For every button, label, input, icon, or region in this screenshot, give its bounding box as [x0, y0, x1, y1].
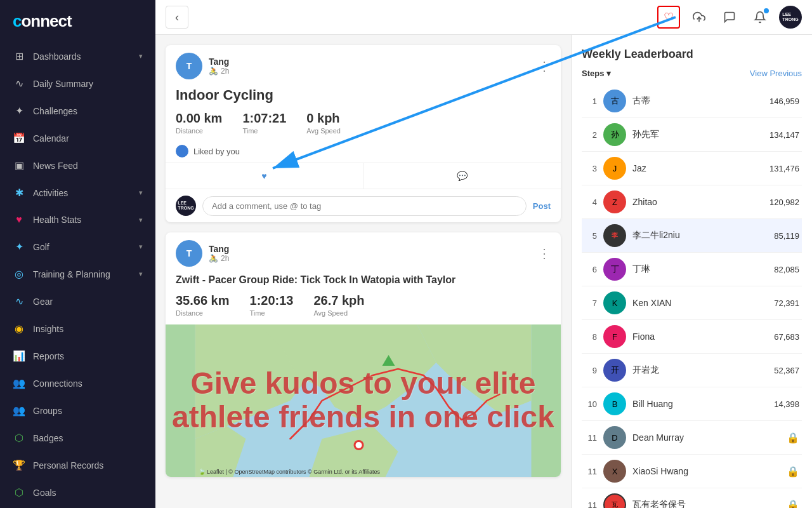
map-area: 🍃 Leaflet | © OpenStreetMap contributors… [166, 324, 561, 477]
lb-name-10: Bill Huang [632, 399, 768, 409]
sidebar-item-label: Health Stats [33, 215, 81, 225]
comment-area-1: LEETRONG Post [166, 189, 561, 222]
dashboards-icon: ⊞ [13, 50, 25, 62]
sidebar-item-health-stats[interactable]: ♥ Health Stats ▾ [0, 206, 155, 233]
lb-name-2: 孙先军 [632, 129, 763, 140]
lb-name-5: 李二牛li2niu [632, 230, 768, 241]
card-actions-1: ♥ 💬 [166, 163, 561, 189]
lb-avatar-7: K [603, 291, 626, 314]
lb-score-9: 52,367 [774, 366, 799, 375]
golf-icon: ✦ [13, 241, 25, 253]
rank-9: 9 [584, 366, 597, 375]
chevron-icon: ▾ [139, 189, 143, 197]
sidebar-item-activities[interactable]: ✱ Activities ▾ [0, 179, 155, 206]
lb-avatar-9: 开 [603, 359, 626, 382]
rank-2: 2 [584, 130, 597, 140]
back-button[interactable]: ‹ [166, 6, 188, 29]
comment-icon: 💬 [457, 171, 468, 181]
rank-8: 8 [584, 332, 597, 342]
sidebar-item-reports[interactable]: 📊 Reports [0, 342, 155, 370]
rank-11a: 11 [584, 433, 597, 443]
liked-by-1: Liked by you [166, 142, 561, 163]
rank-1: 1 [584, 97, 597, 106]
sidebar-item-badges[interactable]: ⬡ Badges [0, 424, 155, 451]
view-previous-button[interactable]: View Previous [750, 69, 802, 78]
comment-button-1[interactable]: 💬 [363, 163, 561, 189]
sidebar-item-groups[interactable]: 👥 Groups [0, 397, 155, 424]
lb-score-7: 72,391 [774, 298, 799, 308]
sidebar-item-calendar[interactable]: 📅 Calendar [0, 124, 155, 152]
post-button-1[interactable]: Post [533, 201, 551, 211]
lb-score-4: 120,982 [769, 197, 799, 207]
sidebar-item-dashboards[interactable]: ⊞ Dashboards ▾ [0, 43, 155, 70]
sidebar-item-label: Training & Planning [33, 269, 110, 279]
user-avatar-2: T [176, 240, 202, 267]
leaderboard-column: Weekly Leaderboard Steps ▾ View Previous… [571, 35, 812, 508]
lb-score-5: 85,119 [774, 231, 799, 241]
lb-score-8: 67,683 [774, 332, 799, 342]
lb-score-10: 14,398 [774, 399, 799, 409]
more-options-2[interactable]: ⋮ [538, 246, 551, 261]
user-avatar[interactable]: LEETRONG [779, 6, 802, 29]
sidebar-item-challenges[interactable]: ✦ Challenges [0, 97, 155, 124]
activity-icon: 🚴 [209, 67, 218, 76]
rank-10: 10 [584, 399, 597, 409]
liked-text: Liked by you [193, 147, 240, 156]
connections-icon: 👥 [13, 377, 25, 389]
sidebar: cconnectonnect ⊞ Dashboards ▾ ∿ Daily Su… [0, 0, 155, 508]
lb-avatar-6: 丁 [603, 258, 626, 281]
lb-name-9: 开岩龙 [632, 364, 768, 376]
rank-6: 6 [584, 265, 597, 274]
svg-text:🍃 Leaflet | © OpenStreetMap c: 🍃 Leaflet | © OpenStreetMap contributors… [199, 468, 381, 476]
sidebar-item-golf[interactable]: ✦ Golf ▾ [0, 233, 155, 260]
rank-7: 7 [584, 298, 597, 308]
training-icon: ◎ [13, 268, 25, 280]
lb-row-10: 10 B Bill Huang 14,398 [582, 387, 802, 421]
username-1: Tang [209, 57, 532, 67]
lb-row-4: 4 Z Zhitao 120,982 [582, 185, 802, 219]
sidebar-item-label: News Feed [33, 161, 78, 171]
lb-row-1: 1 古 古蒂 146,959 [582, 84, 802, 118]
sidebar-item-label: Connections [33, 378, 82, 389]
upload-button[interactable] [688, 6, 710, 29]
rank-11c: 11 [584, 500, 597, 509]
lb-score-3: 131,476 [769, 164, 799, 173]
activity-card-1: T Tang 🚴 2h ⋮ Indoor Cycling 0.00 km [166, 45, 561, 222]
rank-11b: 11 [584, 467, 597, 476]
health-icon: ♥ [13, 214, 25, 225]
stat-distance-2: 35.66 km Distance [176, 293, 230, 317]
content-area: T Tang 🚴 2h ⋮ Indoor Cycling 0.00 km [155, 35, 812, 508]
insights-icon: ◉ [13, 323, 25, 335]
lock-icon-11b: 🔒 [787, 465, 799, 478]
lb-name-11c: 瓦有老爷保号 [632, 499, 780, 508]
lb-name-4: Zhitao [632, 197, 763, 207]
stat-speed-2: 26.7 kph Avg Speed [313, 293, 364, 317]
rank-3: 3 [584, 164, 597, 173]
sidebar-item-personal-records[interactable]: 🏆 Personal Records [0, 451, 155, 479]
sidebar-item-training[interactable]: ◎ Training & Planning ▾ [0, 260, 155, 288]
top-header: ‹ ♡ LEETRONG [155, 0, 812, 35]
sidebar-item-daily-summary[interactable]: ∿ Daily Summary [0, 70, 155, 97]
sidebar-item-connections[interactable]: 👥 Connections [0, 370, 155, 397]
notifications-button[interactable] [749, 6, 771, 29]
kudos-button[interactable]: ♡ [657, 6, 680, 29]
comment-input-1[interactable] [202, 196, 527, 216]
like-button-1[interactable]: ♥ [166, 163, 363, 189]
groups-icon: 👥 [13, 404, 25, 417]
sidebar-item-label: Dashboards [33, 51, 81, 62]
activity-title-2: Zwift - Pacer Group Ride: Tick Tock In W… [166, 274, 561, 293]
more-options-1[interactable]: ⋮ [538, 58, 551, 74]
lb-row-11b: 11 X XiaoSi Hwang 🔒 [582, 455, 802, 488]
logo: cconnectonnect [0, 0, 155, 43]
activity-icon-2: 🚴 [209, 254, 218, 263]
sidebar-item-label: Challenges [33, 106, 77, 116]
sidebar-item-gear[interactable]: ∿ Gear [0, 288, 155, 315]
sidebar-item-goals[interactable]: ⬡ Goals [0, 479, 155, 506]
activity-time-2: 2h [221, 254, 229, 263]
sidebar-item-label: Reports [33, 351, 64, 361]
lb-name-11b: XiaoSi Hwang [632, 466, 780, 476]
sidebar-item-news-feed[interactable]: ▣ News Feed [0, 152, 155, 179]
messages-button[interactable] [718, 6, 741, 29]
sidebar-item-insights[interactable]: ◉ Insights [0, 315, 155, 342]
chevron-icon: ▾ [139, 243, 143, 251]
